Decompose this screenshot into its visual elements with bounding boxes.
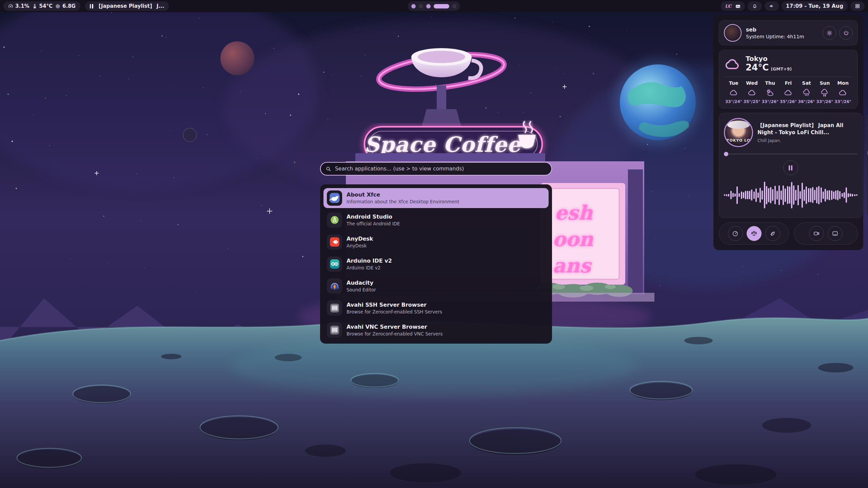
workspace-dot-5[interactable]: [452, 4, 457, 8]
visualizer-bar: [741, 191, 742, 199]
clock[interactable]: 17:09 - Tue, 19 Aug: [782, 1, 848, 11]
result-avahi-vnc[interactable]: Avahi VNC Server Browser Browse for Zero…: [323, 320, 549, 340]
visualizer-bar: [827, 190, 828, 200]
power-icon: [843, 30, 849, 36]
workspace-dot-1[interactable]: [411, 4, 416, 8]
workspace-dot-3[interactable]: [426, 4, 431, 8]
android-studio-logo-icon: [327, 212, 342, 228]
svg-text:esh: esh: [555, 201, 593, 224]
music-player-card: TOKYO LO 【Japanese Playlist】 Japan All N…: [719, 113, 863, 218]
visualizer-bar: [747, 191, 748, 199]
visualizer-bar: [833, 191, 834, 199]
search-results-list: About Xfce Information about the Xfce De…: [320, 184, 552, 344]
audio-visualizer: [724, 177, 857, 213]
result-subtitle: Browse for Zeroconf-enabled SSH Servers: [347, 309, 442, 314]
visualizer-bar: [795, 190, 796, 201]
visualizer-bar: [789, 186, 790, 204]
scales-icon: [751, 230, 757, 237]
arduino-logo-icon: [327, 257, 342, 272]
visualizer-bar: [856, 194, 857, 196]
visualizer-bar: [768, 188, 769, 202]
result-subtitle: Sound Editor: [347, 287, 376, 292]
forecast-day: Tue 33°/24°: [725, 80, 743, 104]
volume-button[interactable]: [765, 1, 779, 11]
track-progress-slider[interactable]: [724, 152, 857, 156]
visualizer-bar: [785, 188, 786, 202]
result-subtitle: AnyDesk: [347, 243, 373, 248]
visualizer-bar: [753, 191, 755, 199]
performance-mode-button[interactable]: [728, 226, 743, 241]
leaf-icon: [769, 230, 776, 237]
notifications-button[interactable]: [748, 1, 762, 11]
pause-icon: [789, 165, 792, 170]
tray-app-icon[interactable]: UC: [725, 4, 731, 9]
result-about-xfce[interactable]: About Xfce Information about the Xfce De…: [323, 188, 549, 208]
capture-group: [794, 222, 858, 245]
visualizer-bar: [844, 192, 845, 198]
divider: [725, 77, 852, 77]
visualizer-bar: [831, 190, 832, 200]
screen-record-button[interactable]: [809, 226, 824, 241]
top-bar: 3.1% 54°C 6.8G 【Japanese Playlist】 J...: [0, 0, 868, 12]
visualizer-bar: [791, 182, 792, 208]
memory-stat: 6.8G: [55, 3, 76, 9]
pause-icon: [90, 4, 93, 8]
result-arduino-ide[interactable]: Arduino IDE v2 Arduino IDE v2: [323, 254, 549, 274]
visualizer-bar: [732, 193, 734, 197]
cloud-icon: [834, 88, 852, 98]
visualizer-bar: [726, 194, 727, 196]
result-title: Avahi SSH Server Browser: [347, 302, 442, 308]
now-playing-pill[interactable]: 【Japanese Playlist】 J...: [85, 1, 169, 11]
svg-text:ans: ans: [553, 254, 592, 277]
play-pause-button[interactable]: [783, 160, 798, 175]
visualizer-bar: [800, 191, 801, 199]
visualizer-bar: [842, 193, 843, 197]
screen-icon: [832, 230, 839, 237]
visualizer-bar: [743, 192, 744, 198]
result-subtitle: Browse for Zeroconf-enabled VNC Servers: [347, 331, 442, 337]
visualizer-bar: [783, 185, 784, 205]
bell-icon: [752, 3, 757, 9]
result-title: Audacity: [347, 280, 376, 286]
visualizer-bar: [823, 191, 824, 199]
forecast-day: Wed 35°/25°: [743, 80, 761, 104]
visualizer-bar: [852, 194, 853, 197]
visualizer-bar: [808, 188, 809, 202]
result-android-studio[interactable]: Android Studio The official Android IDE: [323, 210, 549, 230]
workspace-dot-2[interactable]: [419, 4, 423, 8]
result-title: Arduino IDE v2: [347, 258, 392, 264]
visualizer-bar: [757, 192, 759, 198]
visualizer-bar: [818, 186, 820, 204]
visualizer-bar: [730, 191, 732, 199]
track-title: 【Japanese Playlist】 Japan All Night - To…: [757, 122, 857, 136]
settings-button[interactable]: [823, 26, 836, 40]
weather-temp: 24°C: [746, 62, 769, 73]
progress-knob[interactable]: [724, 152, 728, 156]
avatar: [724, 24, 742, 42]
system-tray: UC: [721, 1, 745, 11]
visualizer-bar: [787, 186, 788, 204]
workspace-dot-4[interactable]: [434, 4, 449, 8]
screenshot-button[interactable]: [828, 226, 843, 241]
dashboard-button[interactable]: [850, 1, 865, 11]
result-avahi-ssh[interactable]: Avahi SSH Server Browser Browse for Zero…: [323, 298, 549, 318]
memory-value: 6.8G: [62, 3, 76, 9]
visualizer-bar: [755, 188, 757, 202]
weather-city: Tokyo: [746, 55, 792, 62]
result-audacity[interactable]: Audacity Sound Editor: [323, 276, 549, 296]
powersave-mode-button[interactable]: [765, 226, 780, 241]
result-title: AnyDesk: [347, 236, 373, 242]
power-button[interactable]: [839, 26, 853, 40]
balanced-mode-button[interactable]: [747, 226, 762, 241]
visualizer-bar: [724, 194, 725, 196]
album-art: TOKYO LO: [724, 118, 753, 147]
visualizer-bar: [781, 190, 782, 200]
gauge-icon: [732, 230, 738, 237]
search-input[interactable]: [334, 165, 547, 172]
cloud-icon: [743, 88, 761, 98]
forecast-day: Sat 36°/26°: [797, 80, 816, 104]
result-anydesk[interactable]: AnyDesk AnyDesk: [323, 232, 549, 252]
wallpaper-picture-icon[interactable]: [735, 3, 741, 9]
result-title: Android Studio: [347, 214, 400, 220]
gear-icon: [826, 30, 833, 36]
